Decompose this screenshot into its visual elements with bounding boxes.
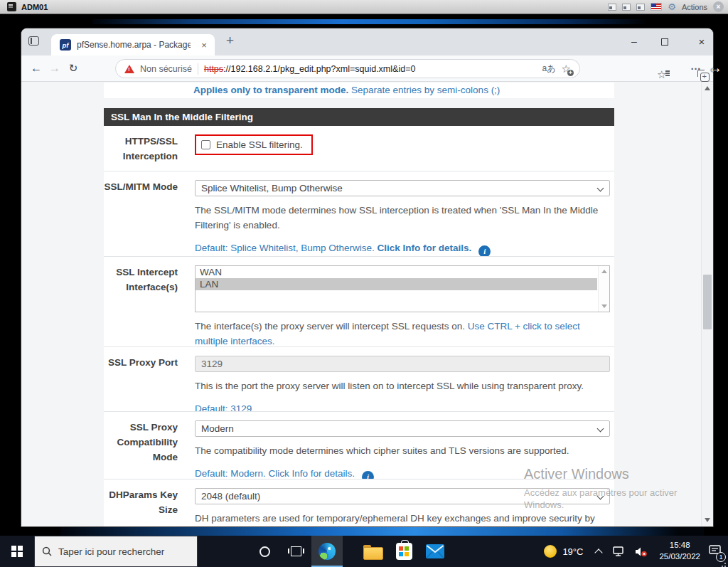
scrollbar-thumb[interactable] (703, 275, 712, 329)
taskbar-clock[interactable]: 15:48 25/03/2022 (659, 540, 700, 562)
url-text[interactable]: https://192.168.2.1/pkg_edit.php?xml=squ… (204, 64, 537, 74)
network-icon[interactable] (613, 546, 625, 556)
favorites-icon[interactable]: ☆ (657, 68, 666, 81)
weather-sun-icon[interactable] (544, 545, 557, 558)
listbox-option-wan[interactable]: WAN (196, 266, 597, 278)
listbox-option-lan[interactable]: LAN (196, 278, 597, 290)
notifications-button[interactable]: 1 (709, 545, 721, 558)
vm-thumbnail-icon[interactable] (608, 4, 616, 11)
taskbar: 19°C 15:48 25/03/2022 1 (0, 536, 728, 567)
date-label: 25/03/2022 (659, 552, 700, 561)
page-scrollbar[interactable] (701, 82, 713, 526)
resize-grip[interactable] (724, 563, 726, 564)
search-input[interactable] (58, 546, 190, 557)
help-text: DH parameters are used for temporary/eph… (195, 512, 610, 526)
note-rest: Separate entries by semi-colons (;) (348, 85, 500, 95)
highlight-red-box: Enable SSL filtering. (195, 134, 313, 155)
help-dark: The interface(s) the proxy server will i… (195, 321, 468, 332)
click-info-text: Click Info for details. (378, 243, 472, 253)
browser-toolbar: ← → ↻ Non sécurisé https://192.168.2.1/p… (21, 55, 713, 82)
keyboard-layout-flag-icon[interactable] (651, 3, 662, 11)
vm-close-icon[interactable]: × (713, 1, 724, 12)
url-scheme: https (204, 64, 223, 74)
microsoft-store-icon (396, 543, 412, 560)
not-secure-label: Non sécurisé (140, 64, 192, 74)
note-bold: Applies only to transparent mode. (193, 85, 348, 95)
url-rest: ://192.168.2.1/pkg_edit.php?xml=squid.xm… (223, 64, 415, 74)
task-view-button[interactable] (280, 536, 311, 567)
wallpaper-glow (92, 19, 647, 24)
checkbox-label: Enable SSL filtering. (216, 139, 303, 150)
translate-icon[interactable]: aあ (542, 63, 556, 75)
add-favorite-icon[interactable]: ☆ (562, 63, 571, 74)
browser-tab[interactable]: pf pfSense.home.arpa - Package: Pr × (51, 34, 215, 55)
vm-thumbnail-icon[interactable] (622, 4, 631, 11)
edge-icon (318, 543, 336, 560)
windows-logo-icon (11, 546, 23, 557)
more-menu-icon[interactable]: … (690, 60, 702, 72)
notification-count-badge: 1 (716, 552, 726, 562)
window-close-button[interactable]: × (695, 36, 709, 48)
scroll-up-icon[interactable] (705, 86, 710, 90)
vm-thumbnail-icon[interactable] (636, 4, 645, 11)
forward-icon: → (46, 62, 64, 75)
new-tab-icon[interactable]: + (226, 33, 234, 48)
enable-ssl-filtering-checkbox[interactable] (201, 140, 210, 149)
ssl-proxy-port-input: 3129 (195, 356, 610, 372)
taskbar-explorer-button[interactable] (357, 536, 388, 567)
form-row-dhparams: DHParams Key Size 2048 (default) DH para… (104, 479, 614, 526)
back-icon[interactable]: ← (27, 62, 46, 75)
page-content: Applies only to transparent mode. Separa… (21, 82, 713, 526)
scroll-down-icon[interactable] (705, 518, 710, 522)
mouse-cursor: ↔ (708, 60, 722, 76)
field-label: SSL/MITM Mode (104, 171, 178, 256)
help-text: The compatibility mode determines which … (195, 444, 610, 459)
wallpaper-glow (60, 527, 704, 536)
tab-actions-icon[interactable] (28, 36, 39, 46)
vm-settings-gear-icon[interactable]: ⚙ (668, 2, 676, 11)
browser-window: pf pfSense.home.arpa - Package: Pr × + –… (21, 28, 713, 526)
maximize-button[interactable] (661, 38, 668, 46)
system-tray: 19°C 15:48 25/03/2022 1 (544, 536, 728, 567)
vm-screen: pf pfSense.home.arpa - Package: Pr × + –… (0, 14, 728, 567)
mail-icon (426, 544, 444, 558)
tab-bar: pf pfSense.home.arpa - Package: Pr × + –… (21, 28, 713, 55)
default-text: Default: Splice Whitelist, Bump Otherwis… (195, 243, 378, 253)
tab-title: pfSense.home.arpa - Package: Pr (77, 40, 191, 50)
form-row-intercept-interfaces: SSL Intercept Interface(s) WAN LAN The i… (104, 256, 614, 346)
default-help-text: Default: Splice Whitelist, Bump Otherwis… (195, 241, 610, 258)
address-bar[interactable]: Non sécurisé https://192.168.2.1/pkg_edi… (115, 59, 580, 78)
refresh-icon[interactable]: ↻ (64, 62, 82, 75)
field-label: SSL Proxy Compatibility Mode (104, 412, 178, 479)
scroll-up-icon[interactable] (601, 270, 607, 273)
volume-muted-icon[interactable] (635, 546, 648, 557)
interfaces-listbox[interactable]: WAN LAN (195, 265, 610, 312)
pfsense-favicon: pf (60, 39, 71, 51)
field-label: SSL Intercept Interface(s) (104, 257, 178, 346)
tab-close-icon[interactable]: × (198, 39, 210, 51)
help-text: The interface(s) the proxy server will i… (195, 319, 610, 349)
compatibility-mode-select[interactable]: Modern (195, 420, 610, 437)
field-label: DHParams Key Size (104, 479, 178, 526)
taskbar-edge-button[interactable] (311, 536, 343, 567)
form-row-proxy-port: SSL Proxy Port 3129 This is the port the… (104, 346, 614, 411)
divider (198, 63, 198, 75)
vm-actions-menu[interactable]: Actions (682, 3, 707, 11)
search-icon (42, 546, 52, 556)
ssl-mitm-mode-select[interactable]: Splice Whitelist, Bump Otherwise (195, 180, 610, 196)
taskbar-mail-button[interactable] (419, 536, 451, 567)
start-button[interactable] (0, 536, 34, 567)
vm-window-icon (7, 2, 16, 11)
listbox-scrollbar[interactable] (598, 266, 609, 312)
dhparams-key-size-select[interactable]: 2048 (default) (195, 488, 610, 504)
vm-console-window: ADM01 ⚙ Actions × pf pfSense.home.arpa -… (0, 0, 728, 567)
not-secure-warning-icon[interactable] (124, 65, 134, 73)
taskbar-store-button[interactable] (388, 536, 419, 567)
temperature-label[interactable]: 19°C (562, 546, 583, 557)
cortana-button[interactable] (249, 536, 280, 567)
scroll-down-icon[interactable] (601, 304, 607, 308)
tray-chevron-icon[interactable] (595, 549, 603, 556)
cortana-icon (259, 546, 270, 557)
taskbar-search[interactable] (34, 536, 198, 567)
minimize-button[interactable]: – (627, 36, 641, 47)
